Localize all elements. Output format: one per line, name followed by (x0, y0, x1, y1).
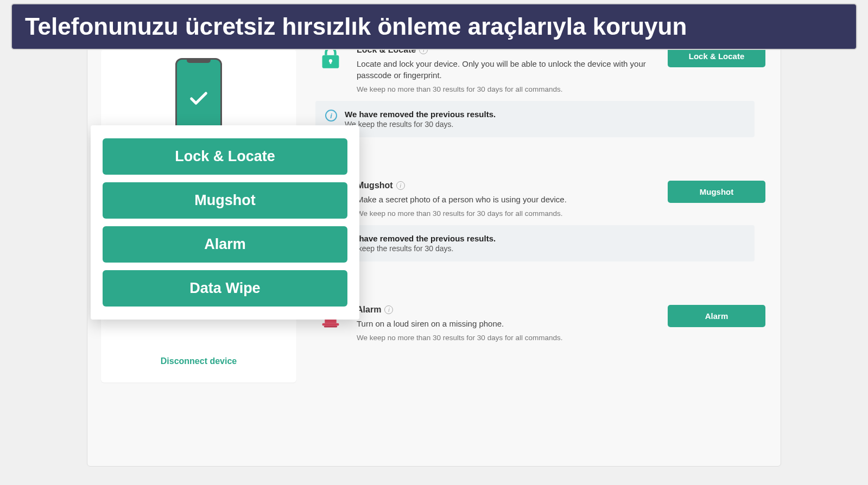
feature-title-text: Mugshot (357, 181, 393, 190)
feature-title-text: Alarm (357, 305, 381, 315)
info-box-subtitle: We keep the results for 30 days. (345, 244, 496, 253)
info-tooltip-icon[interactable]: i (396, 181, 405, 190)
feature-lock-locate: Lock & Locate i Locate and lock your dev… (315, 45, 765, 143)
checkmark-icon (188, 88, 210, 110)
feature-description: Turn on a loud siren on a missing phone. (357, 318, 648, 329)
info-box: i We have removed the previous results. … (315, 225, 755, 261)
mugshot-button[interactable]: Mugshot (668, 181, 765, 203)
popup-lock-locate-button[interactable]: Lock & Locate (103, 138, 347, 175)
feature-description: Make a secret photo of a person who is u… (357, 194, 648, 205)
promo-banner-text: Telefonunuzu ücretsiz hırsızlık önleme a… (25, 13, 687, 40)
action-popup: Lock & Locate Mugshot Alarm Data Wipe (91, 125, 359, 320)
main-panel: Disconnect device Lock & Locate Mugshot … (87, 5, 781, 467)
alarm-button[interactable]: Alarm (668, 305, 765, 327)
popup-mugshot-button[interactable]: Mugshot (103, 182, 347, 219)
info-box-title: We have removed the previous results. (345, 234, 496, 243)
feature-list: Lock & Locate i Locate and lock your dev… (315, 45, 765, 371)
feature-note: We keep no more than 30 results for 30 d… (357, 334, 648, 342)
info-box-subtitle: We keep the results for 30 days. (345, 120, 496, 129)
info-box-title: We have removed the previous results. (345, 110, 496, 119)
disconnect-device-link[interactable]: Disconnect device (114, 356, 283, 366)
popup-data-wipe-button[interactable]: Data Wipe (103, 270, 347, 307)
feature-description: Locate and lock your device. Only you wi… (357, 58, 648, 81)
feature-alarm: Alarm i Turn on a loud siren on a missin… (315, 283, 765, 355)
svg-rect-4 (324, 326, 338, 327)
feature-mugshot: Mugshot i Make a secret photo of a perso… (315, 159, 765, 267)
svg-rect-3 (322, 323, 339, 326)
info-icon: i (325, 110, 337, 122)
feature-note: We keep no more than 30 results for 30 d… (357, 209, 648, 218)
info-box: i We have removed the previous results. … (315, 101, 755, 137)
info-tooltip-icon[interactable]: i (384, 305, 393, 314)
feature-note: We keep no more than 30 results for 30 d… (357, 85, 648, 93)
svg-rect-2 (330, 61, 332, 63)
popup-alarm-button[interactable]: Alarm (103, 226, 347, 263)
promo-banner: Telefonunuzu ücretsiz hırsızlık önleme a… (11, 3, 857, 50)
